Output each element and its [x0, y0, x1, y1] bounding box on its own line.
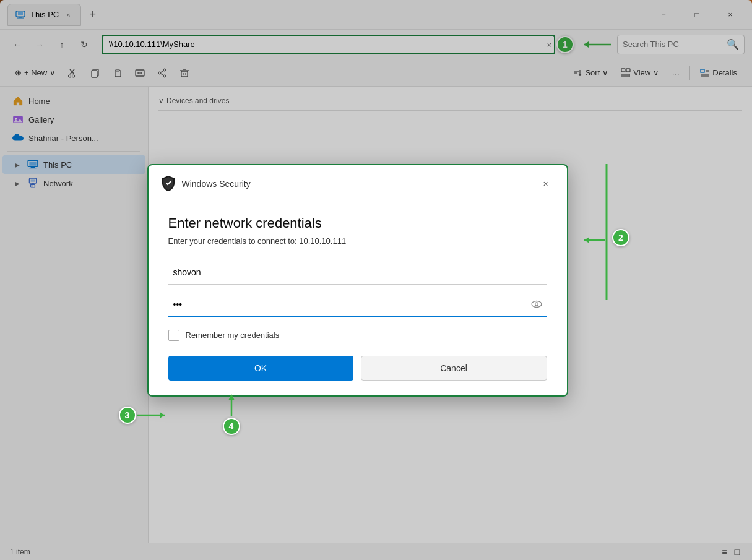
svg-point-57 [535, 303, 538, 306]
dialog-title-text: Windows Security [182, 179, 251, 189]
dialog-close-btn[interactable]: × [537, 175, 555, 192]
svg-marker-61 [228, 394, 235, 400]
cancel-btn[interactable]: Cancel [361, 356, 547, 381]
modal-overlay: 2 Windows Security × Enter network crede… [0, 0, 752, 560]
remember-credentials-label: Remember my credentials [186, 330, 280, 340]
remember-credentials-row: Remember my credentials [168, 330, 547, 341]
annotation-arrow-2 [582, 234, 607, 246]
password-field [168, 293, 547, 317]
annotation-line-2 [605, 164, 608, 300]
annotation-arrow-4 [225, 393, 238, 418]
dialog-title-bar: Windows Security × [149, 165, 567, 200]
svg-marker-59 [160, 412, 165, 418]
remember-credentials-checkbox[interactable] [168, 330, 179, 341]
dialog-actions: OK Cancel [168, 356, 547, 381]
username-field [168, 261, 547, 285]
windows-security-icon [161, 175, 176, 192]
dialog-subtitle: Enter your credentials to connect to: 10… [168, 236, 547, 246]
annotation-arrow-3 [136, 409, 167, 421]
annotation-badge-3: 3 [119, 407, 136, 424]
password-input[interactable] [168, 293, 547, 317]
dialog-body: Enter network credentials Enter your cre… [149, 200, 567, 395]
windows-security-dialog: Windows Security × Enter network credent… [147, 164, 568, 397]
password-visibility-toggle[interactable] [531, 299, 542, 310]
username-input[interactable] [168, 261, 547, 285]
annotation-badge-2: 2 [612, 229, 629, 246]
ok-btn[interactable]: OK [168, 356, 353, 381]
dialog-heading: Enter network credentials [168, 215, 547, 231]
annotation-badge-4: 4 [223, 418, 240, 435]
svg-marker-55 [584, 237, 589, 243]
svg-point-56 [532, 301, 542, 307]
